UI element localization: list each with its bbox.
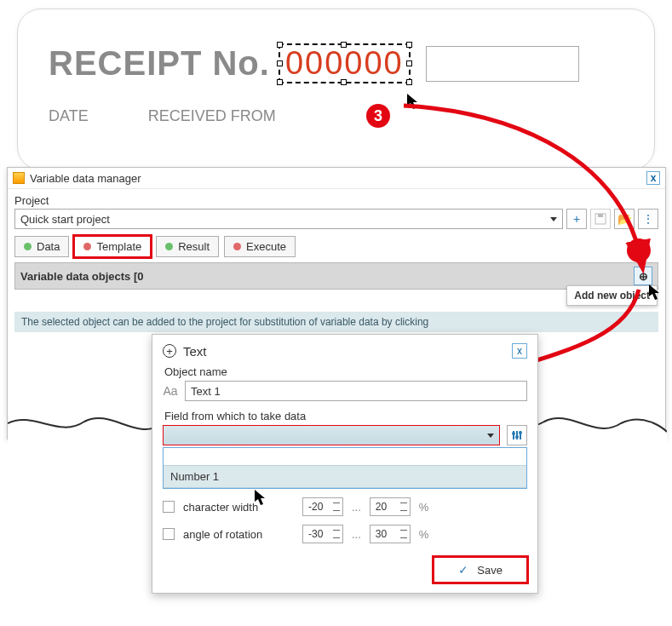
project-label: Project [14, 194, 658, 207]
tooltip-text: Add new object [574, 290, 650, 302]
char-width-row: character width -20 ... 20 % [163, 497, 527, 516]
receipt-title-row: RECEIPT No. 000000 [49, 43, 623, 83]
window-titlebar: Variable data manager x [8, 168, 665, 189]
object-name-label: Object name [164, 365, 527, 378]
angle-row: angle of rotation -30 ... 30 % [163, 525, 527, 543]
project-select-value: Quick start project [20, 213, 110, 226]
variable-data-objects-header: Variable data objects [0 ⊕ Add new objec… [14, 262, 658, 290]
receipt-field-row: DATE RECEIVED FROM [49, 107, 623, 125]
dropdown-option-blank[interactable] [164, 448, 526, 465]
range-ellipsis: ... [352, 528, 361, 541]
tab-result[interactable]: Result [156, 236, 219, 257]
selected-text-object[interactable]: 000000 [279, 43, 411, 83]
close-icon: x [651, 172, 657, 184]
selection-handle[interactable] [277, 42, 283, 48]
dialog-close-button[interactable]: x [512, 343, 527, 359]
char-width-label: character width [183, 501, 294, 514]
step-badge-3-text: 3 [374, 107, 382, 125]
help-strip-text: The selected object can be added to the … [21, 316, 428, 328]
svg-point-9 [519, 431, 522, 434]
status-dot-green [165, 243, 173, 250]
svg-rect-2 [598, 214, 603, 217]
receipt-title-text: RECEIPT No. [49, 44, 270, 83]
dialog-title-row: + Text x [163, 343, 527, 359]
help-strip: The selected object can be added to the … [14, 312, 658, 332]
object-name-value: Text 1 [191, 385, 221, 398]
add-text-object-dialog: + Text x Object name Aa Text 1 Field fro… [152, 334, 538, 594]
range-ellipsis: ... [352, 501, 361, 514]
tab-execute[interactable]: Execute [224, 236, 296, 257]
window-title: Variable data manager [30, 172, 141, 185]
dialog-title: Text [183, 344, 207, 359]
angle-min-spinner[interactable]: -30 [302, 525, 343, 543]
save-icon [594, 213, 606, 225]
status-dot-green [24, 243, 32, 250]
selection-handle[interactable] [406, 42, 412, 48]
plus-circle-icon: + [163, 344, 176, 358]
folder-icon: 📂 [617, 212, 632, 226]
receipt-payee-box [426, 46, 579, 82]
tab-execute-label: Execute [246, 240, 286, 253]
save-button[interactable]: ✓ Save [434, 557, 527, 583]
more-menu-button[interactable]: ⋮ [638, 209, 658, 229]
more-icon: ⋮ [642, 212, 654, 226]
step-badge-4-text: 4 [635, 242, 643, 260]
tab-template[interactable]: Template [74, 236, 151, 257]
angle-label: angle of rotation [183, 528, 294, 541]
selection-handle[interactable] [277, 60, 283, 66]
close-button[interactable]: x [646, 171, 660, 185]
date-label: DATE [49, 107, 89, 125]
field-source-select[interactable] [163, 425, 500, 445]
object-name-input[interactable]: Text 1 [185, 381, 527, 401]
text-type-icon: Aa [163, 384, 178, 398]
step-badge-4: 4 [627, 238, 651, 262]
selected-text-value: 000000 [285, 45, 404, 81]
tab-data[interactable]: Data [14, 236, 69, 257]
selection-handle[interactable] [277, 79, 283, 85]
selection-handle[interactable] [406, 79, 412, 85]
new-project-button[interactable]: + [566, 209, 587, 229]
char-width-checkbox[interactable] [163, 501, 175, 513]
close-icon: x [517, 345, 522, 357]
received-from-label: RECEIVED FROM [148, 107, 276, 125]
svg-marker-10 [255, 490, 265, 505]
dropdown-option-label: Number 1 [170, 470, 219, 483]
svg-point-7 [512, 432, 515, 435]
selection-handle[interactable] [341, 79, 347, 85]
field-source-label: Field from which to take data [164, 410, 527, 422]
save-project-button [590, 209, 611, 229]
status-dot-red [233, 243, 241, 250]
selection-handle[interactable] [406, 60, 412, 66]
char-width-min-spinner[interactable]: -20 [302, 497, 343, 516]
sliders-icon [511, 429, 523, 441]
project-select[interactable]: Quick start project [14, 209, 563, 229]
tab-data-label: Data [37, 240, 60, 253]
vdo-header-text: Variable data objects [0 [20, 270, 144, 283]
dropdown-option-number1[interactable]: Number 1 [164, 465, 526, 488]
char-width-max-spinner[interactable]: 20 [370, 497, 411, 516]
svg-point-8 [515, 435, 519, 439]
step-badge-3: 3 [366, 104, 390, 128]
tab-result-label: Result [178, 240, 210, 253]
app-icon [13, 172, 25, 184]
save-label: Save [477, 564, 503, 577]
tab-template-label: Template [96, 240, 141, 253]
percent-label: % [419, 528, 429, 541]
selection-handle[interactable] [341, 42, 347, 48]
percent-label: % [419, 501, 429, 514]
status-dot-red [83, 243, 91, 250]
svg-marker-3 [649, 284, 659, 300]
angle-max-spinner[interactable]: 30 [370, 525, 411, 543]
field-source-dropdown: Number 1 [163, 447, 527, 489]
field-settings-button[interactable] [507, 425, 527, 445]
open-project-button[interactable]: 📂 [614, 209, 635, 229]
angle-checkbox[interactable] [163, 528, 175, 540]
tab-row: Data Template Result Execute [14, 236, 658, 257]
receipt-card: RECEIPT No. 000000 DATE RECEIVED FROM [17, 9, 655, 170]
svg-marker-0 [407, 94, 417, 109]
add-new-object-tooltip: Add new object [566, 285, 658, 306]
add-new-object-button[interactable]: ⊕ [634, 267, 652, 285]
add-icon: ⊕ [639, 270, 648, 283]
check-icon: ✓ [458, 563, 468, 577]
plus-icon: + [573, 212, 580, 226]
